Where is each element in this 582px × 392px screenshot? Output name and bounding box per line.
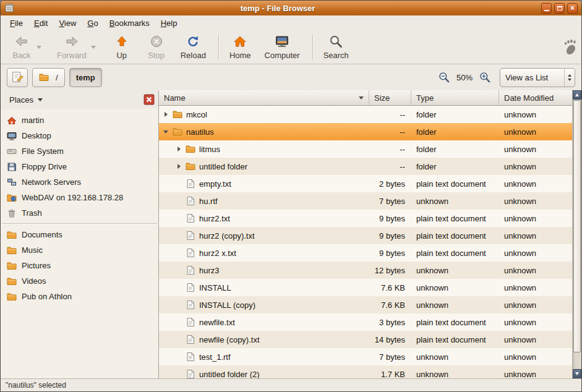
combo-stepper-icon[interactable] (564, 69, 575, 87)
menu-help[interactable]: Help (155, 17, 183, 30)
menu-edit[interactable]: Edit (28, 17, 53, 30)
zoom-out-icon[interactable] (439, 72, 450, 83)
sidebar-item-file-system[interactable]: File System (1, 143, 158, 159)
file-size: 7.6 KB (369, 279, 411, 296)
file-name: hurz3 (199, 266, 220, 275)
scrollbar-trough[interactable] (573, 100, 581, 369)
sidebar-item-pictures[interactable]: Pictures (1, 258, 158, 273)
up-button[interactable]: Up (106, 32, 138, 62)
sidebar-item-pub-on-athlon[interactable]: Pub on Athlon (1, 289, 158, 304)
sidebar-item-music[interactable]: Music (1, 242, 158, 258)
file-row-install-copy[interactable]: INSTALL (copy)7.6 KBunknownunknown (159, 296, 572, 313)
back-button[interactable]: Back (6, 32, 38, 62)
column-label: Name (164, 93, 186, 103)
column-header-size[interactable]: Size (369, 90, 411, 106)
file-name: INSTALL (199, 283, 231, 292)
place-label: martin (22, 116, 44, 125)
edit-location-button[interactable] (7, 68, 28, 87)
home-button[interactable]: Home (224, 32, 257, 62)
file-row-hurz2-copy-txt[interactable]: hurz2 (copy).txt9 bytesplain text docume… (159, 227, 572, 244)
expander-icon[interactable] (161, 112, 170, 117)
computer-button[interactable]: Computer (259, 32, 306, 62)
file-name: hu.rtf (199, 197, 218, 206)
file-type: folder (411, 140, 499, 158)
forward-button[interactable]: Forward (51, 32, 92, 62)
file-row-hurz2-txt[interactable]: hurz2.txt9 bytesplain text documentunkno… (159, 210, 572, 227)
vertical-scrollbar[interactable] (572, 90, 581, 378)
file-row-mkcol[interactable]: mkcol--folderunknown (159, 106, 572, 123)
expander-icon[interactable] (161, 130, 170, 134)
view-mode-selector[interactable]: View as List (500, 68, 575, 87)
file-row-hurz3[interactable]: hurz312 bytesunknownunknown (159, 262, 572, 279)
file-row-newfile-copy-txt[interactable]: newfile (copy).txt14 bytesplain text doc… (159, 331, 572, 348)
file-name: newfile.txt (199, 318, 235, 327)
file-row-nautilus[interactable]: nautilus--folderunknown (159, 123, 572, 140)
scrollbar-thumb[interactable] (573, 100, 581, 352)
file-row-newfile-txt[interactable]: newfile.txt3 bytesplain text documentunk… (159, 313, 572, 331)
menu-bookmarks[interactable]: Bookmarks (104, 17, 155, 30)
window-title: temp - File Browser (18, 4, 537, 13)
scroll-up-icon[interactable] (573, 90, 581, 100)
file-date: unknown (499, 296, 572, 313)
zoom-in-icon[interactable] (479, 72, 490, 83)
file-size: 9 bytes (369, 210, 411, 227)
back-dropdown-icon[interactable] (36, 46, 41, 49)
place-label: Pictures (22, 261, 51, 270)
file-row-hurz2-x-txt[interactable]: hurz2 x.txt9 bytesplain text documentunk… (159, 244, 572, 262)
file-row-hu-rtf[interactable]: hu.rtf7 bytesunknownunknown (159, 192, 572, 210)
place-label: Documents (22, 230, 62, 239)
file-icon (186, 248, 195, 258)
path-current-button[interactable]: temp (69, 68, 102, 87)
column-header-name[interactable]: Name (159, 90, 369, 106)
close-button[interactable]: × (567, 3, 578, 14)
reload-button[interactable]: Reload (175, 32, 212, 62)
sidebar-close-icon[interactable] (143, 94, 155, 105)
scroll-down-icon[interactable] (573, 369, 581, 378)
status-text: "nautilus" selected (6, 381, 66, 390)
sidebar-item-desktop[interactable]: Desktop (1, 128, 158, 143)
sidebar-item-videos[interactable]: Videos (1, 273, 158, 289)
places-selector[interactable]: Places (4, 93, 48, 106)
titlebar[interactable]: temp - File Browser × (1, 1, 581, 15)
menu-go[interactable]: Go (82, 17, 103, 30)
toolbar: BackForwardUpStopReloadHomeComputerSearc… (1, 30, 581, 64)
gnome-foot-icon (563, 39, 576, 55)
file-icon (186, 231, 195, 241)
sidebar-item-documents[interactable]: Documents (1, 227, 158, 242)
expander-icon[interactable] (174, 147, 183, 151)
folder-icon (186, 161, 195, 171)
sidebar-item-trash[interactable]: Trash (1, 205, 158, 221)
maximize-button[interactable] (554, 3, 565, 14)
file-row-empty-txt[interactable]: empty.txt2 bytesplain text documentunkno… (159, 175, 572, 192)
folder-icon (7, 276, 17, 286)
toolbar-button-label: Stop (148, 51, 165, 60)
sidebar-item-martin[interactable]: martin (1, 113, 158, 128)
path-root-button[interactable]: / (32, 68, 65, 87)
file-size: 7 bytes (369, 192, 411, 210)
file-icon (186, 369, 195, 378)
expander-icon[interactable] (174, 164, 183, 169)
sidebar-item-webdav-on-192-168-178-28[interactable]: WebDAV on 192.168.178.28 (1, 190, 158, 205)
toolbar-button-label: Up (116, 51, 127, 60)
file-date: unknown (499, 192, 572, 210)
menubar: FileEditViewGoBookmarksHelp (1, 15, 581, 30)
file-row-test-1-rtf[interactable]: test_1.rtf7 bytesunknownunknown (159, 348, 572, 365)
sidebar-item-network-servers[interactable]: Network Servers (1, 174, 158, 190)
file-type: unknown (411, 262, 499, 279)
forward-dropdown-icon[interactable] (91, 46, 96, 49)
file-row-litmus[interactable]: litmus--folderunknown (159, 140, 572, 158)
file-icon (186, 283, 195, 292)
minimize-button[interactable] (541, 3, 552, 14)
sidebar-item-floppy-drive[interactable]: Floppy Drive (1, 159, 158, 174)
column-header-type[interactable]: Type (411, 90, 499, 106)
menu-view[interactable]: View (53, 17, 82, 30)
file-row-untitled-folder-2[interactable]: untitled folder (2)1.7 KBunknownunknown (159, 365, 572, 378)
file-row-untitled-folder[interactable]: untitled folder--folderunknown (159, 158, 572, 175)
menu-file[interactable]: File (4, 17, 28, 30)
file-type: unknown (411, 348, 499, 365)
column-header-date[interactable]: Date Modified (499, 90, 572, 106)
file-row-install[interactable]: INSTALL7.6 KBunknownunknown (159, 279, 572, 296)
search-button[interactable]: Search (318, 32, 354, 62)
stop-button[interactable]: Stop (140, 32, 173, 62)
file-size: -- (369, 140, 411, 158)
